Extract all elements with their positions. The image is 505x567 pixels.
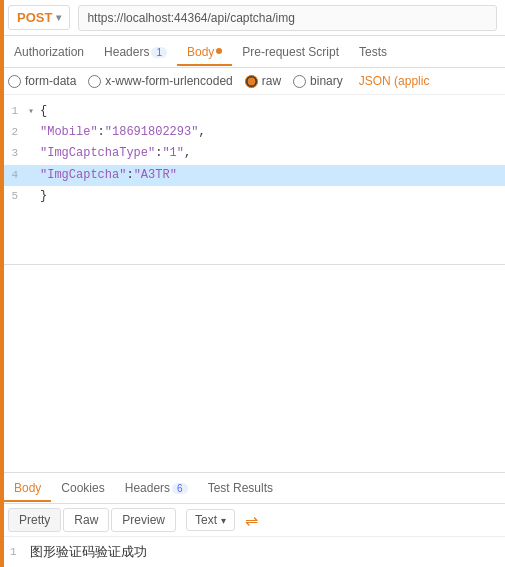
result-tab-headers[interactable]: Headers6: [115, 475, 198, 501]
line-arrow-1: ▾: [28, 104, 38, 120]
tab-authorization[interactable]: Authorization: [4, 39, 94, 65]
result-tab-test-results[interactable]: Test Results: [198, 475, 283, 501]
result-row: 1 图形验证码验证成功: [0, 537, 505, 567]
line-num-4: 4: [0, 167, 28, 185]
option-raw[interactable]: raw: [245, 74, 281, 88]
option-urlencoded[interactable]: x-www-form-urlencoded: [88, 74, 232, 88]
body-dot: [216, 48, 222, 54]
bottom-toolbar: Pretty Raw Preview Text ▾ ⇌: [0, 504, 505, 537]
request-tab-bar: Authorization Headers1 Body Pre-request …: [0, 36, 505, 68]
code-line-2: 2 "Mobile":"18691802293",: [0, 122, 505, 143]
code-line-3: 3 "ImgCaptchaType":"1",: [0, 143, 505, 164]
line-num-1: 1: [0, 103, 28, 121]
result-text: 图形验证码验证成功: [30, 543, 147, 561]
code-line-4: 4 "ImgCaptcha":"A3TR": [0, 165, 505, 186]
result-tab-body[interactable]: Body: [4, 475, 51, 501]
method-button[interactable]: POST ▾: [8, 5, 70, 30]
result-line-num: 1: [10, 546, 30, 558]
top-bar: POST ▾: [0, 0, 505, 36]
code-line-5: 5 }: [0, 186, 505, 207]
text-type-select[interactable]: Text ▾: [186, 509, 235, 531]
option-form-data[interactable]: form-data: [8, 74, 76, 88]
method-label: POST: [17, 10, 52, 25]
result-headers-badge: 6: [172, 483, 188, 494]
preview-button[interactable]: Preview: [111, 508, 176, 532]
url-input[interactable]: [78, 5, 497, 31]
json-type-label[interactable]: JSON (applic: [359, 74, 430, 88]
body-options-bar: form-data x-www-form-urlencoded raw bina…: [0, 68, 505, 95]
result-tab-cookies[interactable]: Cookies: [51, 475, 114, 501]
wrap-icon[interactable]: ⇌: [245, 511, 258, 530]
headers-badge: 1: [151, 47, 167, 58]
tab-tests[interactable]: Tests: [349, 39, 397, 65]
raw-button[interactable]: Raw: [63, 508, 109, 532]
method-chevron: ▾: [56, 12, 61, 23]
tab-headers[interactable]: Headers1: [94, 39, 177, 65]
editor-space: [0, 265, 505, 472]
tab-body[interactable]: Body: [177, 39, 232, 65]
line-num-3: 3: [0, 145, 28, 163]
text-select-chevron: ▾: [221, 515, 226, 526]
option-binary[interactable]: binary: [293, 74, 343, 88]
line-num-5: 5: [0, 188, 28, 206]
result-tab-bar: Body Cookies Headers6 Test Results: [0, 472, 505, 504]
pretty-button[interactable]: Pretty: [8, 508, 61, 532]
code-line-1: 1 ▾ {: [0, 101, 505, 122]
code-editor[interactable]: 1 ▾ { 2 "Mobile":"18691802293", 3 "ImgCa…: [0, 95, 505, 265]
line-num-2: 2: [0, 124, 28, 142]
tab-pre-request[interactable]: Pre-request Script: [232, 39, 349, 65]
